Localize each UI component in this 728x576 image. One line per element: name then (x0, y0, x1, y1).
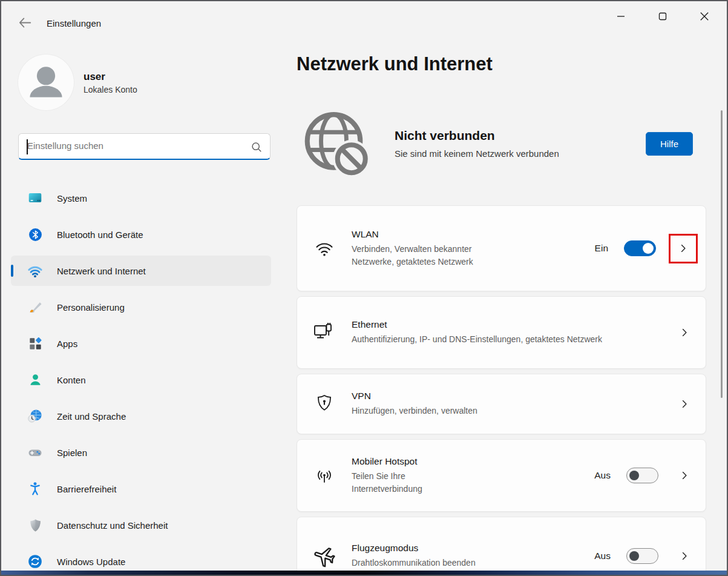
sidebar-item-personalization[interactable]: Personalisierung (11, 292, 271, 322)
wifi-icon (312, 236, 336, 260)
titlebar: Einstellungen (1, 1, 727, 38)
sidebar-item-label: Zeit und Sprache (57, 411, 126, 422)
sidebar-item-label: Personalisierung (57, 302, 125, 313)
card-subtitle: Verbinden, Verwalten bekannter Netzwerke… (352, 243, 484, 268)
vertical-scrollbar[interactable] (721, 110, 723, 398)
sidebar-item-label: System (57, 193, 87, 204)
search-input[interactable] (19, 134, 270, 159)
chevron-right-icon[interactable] (678, 326, 691, 339)
windows-update-icon (27, 554, 43, 569)
search-icon[interactable] (251, 141, 263, 153)
minimize-icon (616, 12, 626, 21)
card-mobile-hotspot[interactable]: Mobiler Hotspot Teilen Sie Ihre Internet… (297, 439, 706, 512)
ethernet-icon (312, 320, 336, 345)
card-vpn[interactable]: VPN Hinzufügen, verbinden, verwalten (297, 374, 706, 434)
close-icon (699, 11, 710, 22)
card-title: VPN (352, 391, 658, 402)
sidebar-item-privacy[interactable]: Datenschutz und Sicherheit (11, 510, 271, 540)
sidebar-item-label: Barrierefreiheit (57, 484, 116, 494)
app-title: Einstellungen (47, 18, 101, 28)
chevron-right-icon[interactable] (678, 469, 691, 482)
toggle-knob (629, 471, 639, 480)
globe-disconnected-icon (301, 109, 373, 179)
card-title: Mobiler Hotspot (352, 456, 594, 467)
sidebar-item-label: Datenschutz und Sicherheit (57, 520, 168, 531)
card-title: Ethernet (352, 319, 658, 330)
selected-indicator (11, 265, 13, 277)
airplane-icon (312, 544, 336, 568)
sidebar-item-label: Netzwerk und Internet (57, 266, 146, 276)
gaming-icon (27, 445, 43, 460)
back-button[interactable] (16, 15, 34, 33)
card-airplane-mode[interactable]: Flugzeugmodus Drahtloskommunikation been… (297, 517, 706, 576)
red-annotation-box (669, 234, 698, 263)
person-silhouette-icon (18, 55, 74, 110)
close-button[interactable] (690, 5, 718, 28)
user-name: user (84, 71, 137, 83)
maximize-icon (658, 12, 667, 21)
sidebar-item-label: Windows Update (57, 557, 125, 567)
sidebar-item-time-language[interactable]: Zeit und Sprache (11, 401, 271, 431)
card-title: WLAN (352, 229, 595, 240)
toggle-state-label: Ein (595, 243, 608, 254)
sidebar-item-accessibility[interactable]: Barrierefreiheit (11, 474, 271, 504)
main-content: Netzwerk und Internet Nicht verbunden Si… (283, 38, 727, 575)
help-button[interactable]: Hilfe (646, 132, 693, 156)
apps-icon (27, 336, 43, 351)
status-subtitle: Sie sind mit keinem Netzwerk verbunden (395, 148, 646, 159)
minimize-button[interactable] (607, 5, 635, 28)
sidebar-item-network[interactable]: Netzwerk und Internet (11, 256, 271, 286)
toggle-state-label: Aus (594, 551, 611, 561)
card-title: Flugzeugmodus (352, 543, 594, 554)
page-title: Netzwerk und Internet (297, 53, 493, 75)
vpn-shield-icon (312, 392, 336, 416)
chevron-right-icon[interactable] (677, 242, 690, 255)
sidebar-item-label: Konten (57, 375, 86, 385)
back-arrow-icon (17, 15, 33, 33)
sidebar-item-label: Spielen (57, 448, 87, 458)
maximize-button[interactable] (649, 5, 677, 28)
status-title: Nicht verbunden (395, 128, 646, 143)
accessibility-icon (27, 481, 43, 497)
hotspot-toggle[interactable] (626, 468, 658, 483)
sidebar: user Lokales Konto System Blu (1, 38, 283, 575)
card-subtitle: Teilen Sie Ihre Internetverbindung (352, 470, 464, 495)
sidebar-item-label: Apps (57, 339, 77, 349)
sidebar-item-label: Bluetooth und Geräte (57, 230, 143, 240)
sidebar-item-accounts[interactable]: Konten (11, 365, 271, 395)
network-wifi-icon (27, 263, 43, 279)
user-profile[interactable]: user Lokales Konto (18, 55, 137, 110)
search-box[interactable] (18, 133, 271, 160)
toggle-state-label: Aus (594, 470, 611, 481)
wlan-toggle[interactable] (624, 240, 656, 256)
chevron-right-icon[interactable] (678, 549, 691, 563)
toggle-knob (643, 243, 654, 254)
chevron-right-icon[interactable] (678, 397, 691, 411)
avatar (18, 55, 74, 110)
airplane-toggle[interactable] (626, 548, 658, 564)
sidebar-item-bluetooth[interactable]: Bluetooth und Geräte (11, 219, 271, 250)
settings-cards: WLAN Verbinden, Verwalten bekannter Netz… (297, 205, 706, 576)
desktop-edge (1, 571, 727, 575)
sidebar-nav: System Bluetooth und Geräte Netzwerk und… (11, 183, 271, 576)
settings-window: Einstellungen user Lokales K (0, 0, 728, 576)
system-icon (27, 190, 43, 206)
card-subtitle: Hinzufügen, verbinden, verwalten (352, 405, 658, 417)
sidebar-item-system[interactable]: System (11, 183, 271, 213)
connection-status: Nicht verbunden Sie sind mit keinem Netz… (297, 107, 706, 180)
privacy-shield-icon (27, 517, 43, 533)
card-subtitle: Authentifizierung, IP- und DNS-Einstellu… (352, 333, 651, 345)
accounts-icon (27, 372, 43, 388)
sidebar-item-apps[interactable]: Apps (11, 328, 271, 359)
time-language-icon (27, 408, 43, 424)
mobile-hotspot-icon (312, 463, 336, 488)
card-subtitle: Drahtloskommunikation beenden (352, 557, 497, 569)
text-caret (27, 139, 28, 154)
bluetooth-icon (27, 227, 43, 242)
card-ethernet[interactable]: Ethernet Authentifizierung, IP- und DNS-… (297, 296, 706, 369)
toggle-knob (629, 551, 639, 561)
personalization-brush-icon (27, 299, 43, 315)
card-wlan[interactable]: WLAN Verbinden, Verwalten bekannter Netz… (297, 205, 706, 291)
account-type: Lokales Konto (84, 85, 137, 94)
sidebar-item-gaming[interactable]: Spielen (11, 437, 271, 468)
